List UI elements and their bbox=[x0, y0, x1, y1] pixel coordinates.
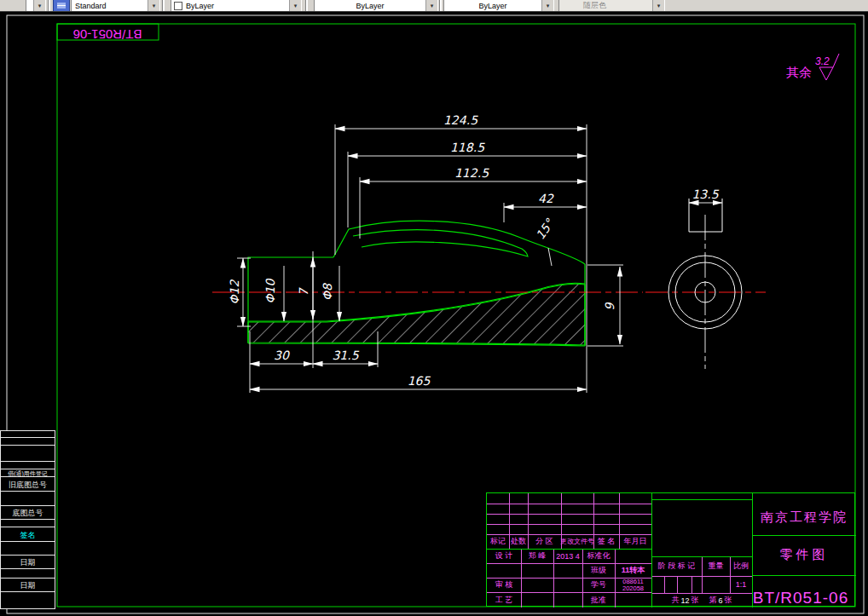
lineweight-combo[interactable]: ByLayer ▾ bbox=[443, 0, 554, 12]
process-label: 工 艺 bbox=[487, 592, 521, 607]
strip-row bbox=[0, 591, 55, 609]
th-date: 年月日 bbox=[619, 534, 651, 549]
sheets-page-num: 6 bbox=[719, 596, 723, 605]
dropdown-arrow-icon: ▾ bbox=[289, 0, 301, 12]
layers-icon bbox=[57, 3, 66, 9]
sheets-page-suffix: 张 bbox=[725, 595, 732, 606]
dropdown-arrow-icon: ▾ bbox=[652, 0, 664, 12]
layer-properties-button[interactable] bbox=[53, 0, 70, 12]
surface-roughness-value: 3.2 bbox=[815, 55, 830, 67]
approve-label: 批准 bbox=[582, 592, 615, 607]
dim-42: 42 bbox=[538, 192, 554, 205]
properties-toolbar: ▾ Standard ▾ ByLayer ▾ ByLayer ▾ ByLayer… bbox=[0, 0, 868, 12]
dropdown-arrow-icon: ▾ bbox=[541, 0, 553, 12]
check-label: 审 核 bbox=[487, 578, 521, 592]
student-id-value: 088611 202058 bbox=[615, 578, 651, 592]
th-change-doc: 更改文件号 bbox=[561, 534, 593, 549]
part-number: BT/R051-06 bbox=[745, 589, 856, 607]
toolbar-stub-combo[interactable]: ▾ bbox=[26, 0, 46, 12]
toolbar-separator bbox=[305, 0, 308, 12]
sheets-total-num: 12 bbox=[680, 596, 689, 605]
th-zone: 分 区 bbox=[528, 534, 561, 549]
lineweight-combo-value: ByLayer bbox=[444, 2, 541, 10]
weight-label: 重量 bbox=[702, 556, 730, 576]
surface-note-prefix: 其余 bbox=[786, 65, 812, 79]
color-swatch-icon bbox=[174, 2, 182, 10]
class-value: 11转本 bbox=[615, 563, 651, 578]
stage-mark-label: 阶 段 标 记 bbox=[651, 556, 702, 576]
sheets-total-prefix: 共 bbox=[671, 595, 679, 606]
plotstyle-combo-value: 随层色 bbox=[559, 0, 652, 11]
dim-dia8: Φ8 bbox=[321, 283, 334, 301]
dim-9: 9 bbox=[603, 302, 616, 310]
dimension-texts: 124.5 118.5 112.5 42 30 31.5 165 13.5 Φ1… bbox=[228, 113, 720, 388]
dim-15deg: 15° bbox=[533, 216, 557, 242]
linetype-combo[interactable]: ByLayer ▾ bbox=[314, 0, 438, 12]
dim-30: 30 bbox=[274, 348, 290, 362]
school-name: 南京工程学院 bbox=[752, 499, 856, 535]
th-sign: 签 名 bbox=[593, 534, 619, 549]
dim-31-5: 31.5 bbox=[332, 348, 359, 362]
title-block: 标记 处数 分 区 更改文件号 签 名 年月日 设 计 郑 峰 2013 4 标… bbox=[486, 492, 855, 607]
style-combo-value: Standard bbox=[72, 2, 148, 10]
dim-dia10: Φ10 bbox=[263, 278, 277, 303]
doc-type: 零件图 bbox=[752, 535, 856, 575]
color-combo[interactable]: ByLayer ▾ bbox=[171, 0, 302, 12]
extension-lines bbox=[237, 124, 623, 393]
dim-124-5: 124.5 bbox=[443, 113, 478, 127]
dim-dia12: Φ12 bbox=[228, 279, 241, 304]
cad-canvas: BT/R051-06 其余 3.2 bbox=[0, 0, 868, 616]
th-mark: 标记 bbox=[487, 534, 509, 549]
sheets-total-suffix: 张 bbox=[692, 595, 699, 606]
dim-112-5: 112.5 bbox=[454, 166, 489, 180]
main-view-outline bbox=[248, 221, 585, 346]
dim-13-5: 13.5 bbox=[692, 187, 719, 201]
designer-name: 郑 峰 bbox=[521, 549, 553, 563]
plotstyle-combo: 随层色 ▾ bbox=[558, 0, 665, 12]
dim-118-5: 118.5 bbox=[450, 141, 485, 154]
style-combo[interactable]: Standard ▾ bbox=[71, 0, 160, 12]
dropdown-arrow-icon: ▾ bbox=[148, 0, 159, 12]
dropdown-arrow-icon: ▾ bbox=[425, 0, 437, 12]
toolbar-separator bbox=[48, 0, 50, 12]
design-date: 2013 4 bbox=[553, 549, 582, 563]
surface-finish-note: 其余 3.2 bbox=[786, 54, 839, 80]
dropdown-arrow-icon: ▾ bbox=[33, 0, 45, 12]
student-id-label: 学号 bbox=[582, 578, 615, 592]
dim-165: 165 bbox=[408, 374, 431, 388]
toolbar-separator bbox=[162, 0, 165, 12]
design-label: 设 计 bbox=[487, 549, 521, 563]
part-number-top: BT/R051-06 bbox=[73, 27, 142, 42]
linetype-combo-value: ByLayer bbox=[315, 2, 425, 10]
dim-7: 7 bbox=[297, 286, 310, 296]
student-id-line2: 202058 bbox=[622, 585, 644, 592]
sheet-count: 共12张 第6张 bbox=[651, 593, 752, 607]
scale-label: 比例 bbox=[730, 556, 752, 576]
color-combo-value: ByLayer bbox=[182, 2, 289, 10]
class-label: 班级 bbox=[582, 563, 615, 578]
standardization-label: 标准化 bbox=[582, 549, 615, 563]
sheets-page-prefix: 第 bbox=[709, 595, 717, 606]
th-count: 处数 bbox=[509, 534, 528, 549]
toolbar-separator bbox=[439, 0, 442, 12]
